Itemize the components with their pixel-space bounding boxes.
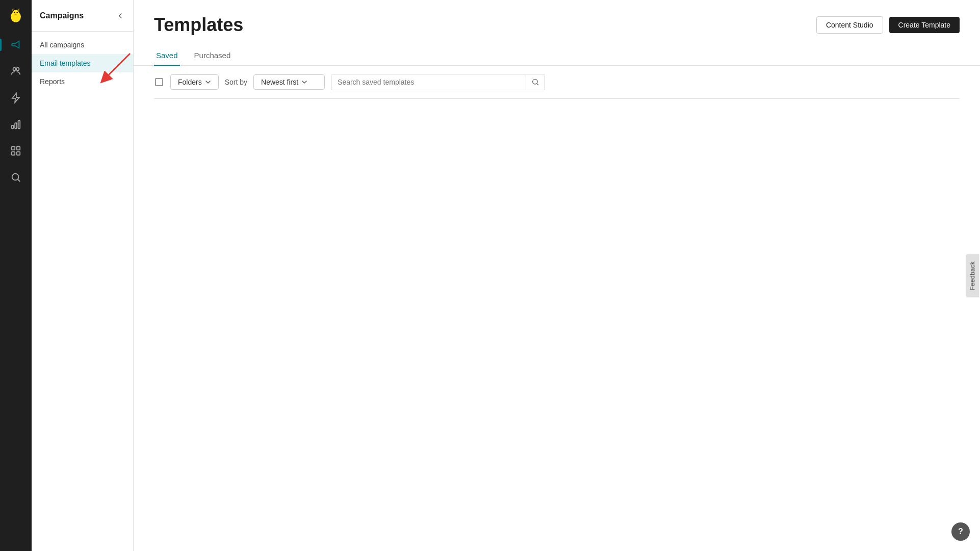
- main-content: Templates Content Studio Create Template…: [134, 0, 980, 551]
- main-header: Templates Content Studio Create Template: [134, 0, 980, 36]
- svg-rect-11: [12, 125, 14, 128]
- sidebar-item-email-templates-label: Email templates: [40, 59, 91, 67]
- create-template-button[interactable]: Create Template: [889, 17, 960, 33]
- search-button[interactable]: [526, 74, 545, 90]
- app-logo[interactable]: [0, 0, 32, 32]
- mailchimp-logo-icon: [7, 7, 25, 25]
- help-button[interactable]: ?: [951, 522, 970, 541]
- collapse-sidebar-button[interactable]: [116, 11, 125, 20]
- search-container: [331, 74, 545, 90]
- folders-dropdown[interactable]: Folders: [170, 74, 219, 90]
- tab-saved[interactable]: Saved: [154, 46, 180, 66]
- select-all-checkbox[interactable]: [154, 77, 164, 87]
- sort-dropdown[interactable]: Newest first: [253, 74, 325, 90]
- feedback-tab[interactable]: Feedback: [966, 254, 979, 297]
- search-submit-icon: [531, 78, 539, 86]
- svg-point-8: [18, 16, 21, 18]
- sort-option-label: Newest first: [261, 78, 298, 86]
- search-input[interactable]: [331, 74, 526, 90]
- sidebar-icon-audience[interactable]: [0, 58, 32, 85]
- chevron-left-icon: [116, 11, 125, 20]
- sidebar-nav: All campaigns Email templates Reports: [32, 32, 133, 95]
- sort-by-label: Sort by: [225, 78, 247, 86]
- text-sidebar: Campaigns All campaigns Email templates …: [32, 0, 134, 551]
- sidebar-title: Campaigns: [40, 11, 84, 20]
- filter-bar: Folders Sort by Newest first: [134, 66, 980, 98]
- lightning-icon: [10, 92, 21, 103]
- folders-dropdown-label: Folders: [178, 78, 202, 86]
- content-studio-button[interactable]: Content Studio: [816, 16, 883, 34]
- sidebar-item-email-templates[interactable]: Email templates: [32, 54, 133, 72]
- svg-point-19: [533, 80, 537, 84]
- svg-point-9: [13, 68, 16, 71]
- sidebar-icon-automations[interactable]: [0, 85, 32, 111]
- svg-rect-16: [12, 152, 15, 155]
- sidebar-item-reports[interactable]: Reports: [32, 72, 133, 91]
- svg-point-4: [14, 12, 15, 13]
- svg-rect-15: [17, 147, 20, 150]
- sidebar-icon-analytics[interactable]: [0, 111, 32, 138]
- sort-chevron-icon: [301, 79, 307, 85]
- svg-rect-17: [17, 152, 20, 155]
- svg-point-5: [16, 12, 18, 13]
- svg-point-7: [11, 16, 14, 18]
- text-sidebar-header: Campaigns: [32, 0, 133, 32]
- template-list-area: [134, 99, 980, 551]
- people-icon: [10, 66, 21, 77]
- header-actions: Content Studio Create Template: [816, 16, 960, 34]
- svg-point-18: [12, 174, 19, 180]
- svg-rect-14: [12, 147, 15, 150]
- folders-chevron-icon: [205, 79, 211, 85]
- sidebar-icon-search[interactable]: [0, 164, 32, 191]
- page-title: Templates: [154, 14, 243, 36]
- sidebar-icon-campaigns[interactable]: [0, 32, 32, 58]
- grid-icon: [10, 145, 21, 156]
- tabs-bar: Saved Purchased: [134, 46, 980, 66]
- tab-purchased-label: Purchased: [194, 51, 231, 60]
- icon-sidebar: [0, 0, 32, 551]
- chart-icon: [10, 119, 21, 130]
- sidebar-item-all-campaigns[interactable]: All campaigns: [32, 36, 133, 54]
- sidebar-item-reports-label: Reports: [40, 77, 65, 86]
- tab-purchased[interactable]: Purchased: [192, 46, 233, 66]
- megaphone-icon: [10, 39, 21, 50]
- tab-saved-label: Saved: [156, 51, 178, 60]
- sidebar-icon-integrations[interactable]: [0, 138, 32, 164]
- checkbox-box[interactable]: [155, 78, 163, 86]
- svg-rect-13: [18, 121, 20, 129]
- svg-rect-12: [15, 123, 17, 128]
- svg-point-10: [16, 68, 19, 71]
- svg-point-6: [14, 14, 17, 16]
- sidebar-item-all-campaigns-label: All campaigns: [40, 41, 84, 49]
- search-icon: [10, 172, 21, 183]
